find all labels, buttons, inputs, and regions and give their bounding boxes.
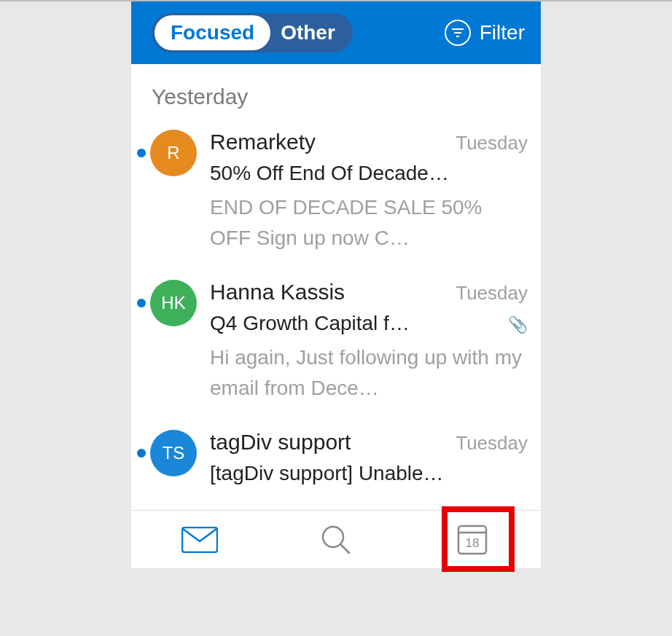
tab-other[interactable]: Other (270, 15, 350, 50)
email-subject: [tagDiv support] Unable… (210, 462, 528, 485)
email-sender: tagDiv support (210, 430, 351, 455)
email-content: tagDiv support Tuesday [tagDiv support] … (210, 430, 528, 485)
outlook-mobile-frame: Focused Other Filter Yesterday R Remarke… (131, 1, 541, 568)
nav-search-button[interactable] (307, 518, 365, 562)
avatar: R (150, 130, 197, 176)
avatar: HK (150, 280, 197, 326)
section-header-yesterday: Yesterday (131, 64, 541, 117)
email-item[interactable]: TS tagDiv support Tuesday [tagDiv suppor… (131, 417, 541, 498)
inbox-tab-switcher: Focused Other (152, 13, 353, 52)
email-timestamp: Tuesday (456, 432, 528, 455)
attachment-icon: 📎 (508, 315, 528, 334)
email-content: Hanna Kassis Tuesday Q4 Growth Capital f… (210, 280, 528, 404)
email-subject: 50% Off End Of Decade… (210, 162, 528, 185)
filter-button[interactable]: Filter (445, 20, 525, 46)
top-toolbar: Focused Other Filter (131, 1, 541, 64)
email-list[interactable]: R Remarkety Tuesday 50% Off End Of Decad… (131, 117, 541, 510)
filter-icon (445, 20, 471, 46)
mail-icon (181, 527, 218, 553)
search-icon (321, 525, 351, 555)
svg-point-1 (323, 527, 343, 547)
nav-calendar-button[interactable]: 18 (443, 518, 501, 562)
unread-indicator-icon (137, 449, 146, 458)
email-timestamp: Tuesday (456, 132, 528, 154)
tab-focused[interactable]: Focused (155, 15, 270, 50)
calendar-icon: 18 (456, 524, 488, 556)
unread-indicator-icon (137, 149, 146, 157)
email-sender: Hanna Kassis (210, 280, 345, 305)
email-item[interactable]: R Remarkety Tuesday 50% Off End Of Decad… (131, 117, 541, 267)
bottom-navigation: 18 (131, 510, 541, 568)
email-preview: Hi again, Just following up with my emai… (210, 342, 528, 404)
filter-label: Filter (480, 21, 525, 44)
email-subject: Q4 Growth Capital f… (210, 312, 410, 335)
unread-indicator-icon (137, 299, 146, 307)
email-preview: END OF DECADE SALE 50% OFF Sign up now C… (210, 192, 528, 254)
email-content: Remarkety Tuesday 50% Off End Of Decade…… (210, 130, 528, 254)
svg-text:18: 18 (466, 536, 480, 550)
avatar: TS (150, 430, 197, 476)
svg-line-2 (341, 545, 349, 553)
email-timestamp: Tuesday (456, 282, 528, 305)
email-item[interactable]: HK Hanna Kassis Tuesday Q4 Growth Capita… (131, 267, 541, 417)
nav-mail-button[interactable] (171, 518, 229, 562)
email-sender: Remarkety (210, 130, 316, 154)
